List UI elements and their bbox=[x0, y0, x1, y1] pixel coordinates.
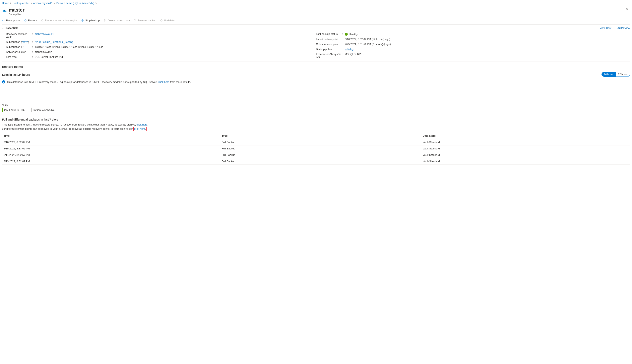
info-icon: i bbox=[2, 80, 5, 84]
undo-icon bbox=[24, 19, 27, 22]
table-row[interactable]: 3/16/2022, 8:32:02 PMFull BackupVault-St… bbox=[2, 139, 630, 146]
move-archive-link[interactable]: click here bbox=[134, 127, 145, 130]
full-diff-heading: Full and differential backups in last 7 … bbox=[2, 118, 630, 121]
svg-line-1 bbox=[82, 20, 83, 21]
restore-points-heading: Restore points bbox=[2, 65, 630, 68]
backup-table: Time↑↓ Type Data Store 3/16/2022, 8:32:0… bbox=[2, 133, 630, 164]
cell-time: 3/13/2022, 8:32:02 PM bbox=[2, 158, 220, 164]
info-text: This database is in SIMPLE recovery mode… bbox=[7, 80, 158, 84]
breadcrumb-items[interactable]: Backup Items (SQL in Azure VM) bbox=[57, 2, 94, 4]
cell-time: 3/16/2022, 8:32:02 PM bbox=[2, 139, 220, 146]
legend-log-point-in-time: LOG (POINT IN TIME) bbox=[2, 108, 25, 112]
prop-label-subscription: Subscription (move) bbox=[6, 40, 32, 44]
essentials-right-column: Last backup status : ✓ Healthy Latest re… bbox=[316, 32, 626, 60]
prop-label-latest-rp: Latest restore point bbox=[316, 38, 342, 41]
col-header-type[interactable]: Type bbox=[220, 133, 421, 139]
info-click-here-link[interactable]: Click here bbox=[158, 80, 170, 84]
subscription-link[interactable]: AzureBackup_Functional_Testing bbox=[35, 40, 73, 44]
legend-swatch-grey bbox=[31, 108, 32, 112]
stop-icon bbox=[81, 19, 84, 22]
prop-label-item-type: Item type bbox=[6, 56, 32, 58]
page-subtitle: Backup Item bbox=[9, 13, 25, 16]
table-row[interactable]: 3/15/2022, 8:33:02 PMFull BackupVault-St… bbox=[2, 146, 630, 152]
cell-data-store: Vault-Standard bbox=[421, 152, 622, 158]
prop-label-server: Server or Cluster bbox=[6, 50, 32, 54]
row-more-button[interactable]: ··· bbox=[622, 146, 630, 152]
breadcrumb-home[interactable]: Home bbox=[2, 2, 9, 4]
delete-backup-button: Delete backup data bbox=[103, 19, 130, 22]
full-diff-desc-2: Long term retention points can be moved … bbox=[2, 127, 630, 130]
prop-label-policy: Backup policy bbox=[316, 48, 342, 50]
legend-swatch-green bbox=[2, 108, 3, 112]
breadcrumb: Home > Backup center > archiveccyvault1 … bbox=[2, 1, 630, 6]
timeline-tick-label: 30 AM bbox=[2, 104, 630, 106]
info-banner: i This database is in SIMPLE recovery mo… bbox=[2, 78, 630, 86]
cell-type: Full Backup bbox=[220, 158, 421, 164]
cell-time: 3/15/2022, 8:33:02 PM bbox=[2, 146, 220, 152]
prop-label-instance: Instance or AlwaysOn AG bbox=[316, 52, 342, 58]
pill-24-hours[interactable]: 24 hours bbox=[602, 72, 616, 76]
header-more-icon[interactable]: ··· bbox=[27, 9, 30, 12]
cell-data-store: Vault-Standard bbox=[421, 158, 622, 164]
table-row[interactable]: 3/13/2022, 8:32:02 PMFull BackupVault-St… bbox=[2, 158, 630, 164]
sort-icon: ↑↓ bbox=[10, 135, 13, 137]
undo-icon bbox=[160, 19, 163, 22]
chevron-right-icon: > bbox=[54, 2, 55, 4]
essentials-left-column: Recovery services vault : archiveccyvaul… bbox=[6, 32, 316, 60]
restore-button[interactable]: Restore bbox=[24, 19, 37, 22]
page-header: master Backup Item ··· ✕ bbox=[2, 6, 630, 17]
cell-data-store: Vault-Standard bbox=[421, 146, 622, 152]
legend-no-logs: NO LOGS AVAILABLE bbox=[31, 108, 55, 112]
cell-data-store: Vault-Standard bbox=[421, 139, 622, 146]
essentials-toggle[interactable]: Essentials bbox=[2, 26, 18, 30]
pill-72-hours[interactable]: 72 hours bbox=[616, 72, 630, 76]
latest-rp-value: 3/16/2022, 8:32:02 PM (17 hour(s) ago) bbox=[345, 38, 390, 41]
logs-heading: Logs in last 24 hours bbox=[2, 73, 30, 76]
breadcrumb-vault[interactable]: archiveccyvault1 bbox=[33, 2, 53, 4]
json-view-link[interactable]: JSON View bbox=[617, 26, 630, 30]
undelete-button: Undelete bbox=[160, 19, 175, 22]
prop-label-sub-id: Subscription ID bbox=[6, 46, 32, 48]
recover-older-link[interactable]: click here bbox=[137, 123, 148, 126]
view-cost-link[interactable]: View Cost bbox=[600, 26, 611, 30]
cell-type: Full Backup bbox=[220, 146, 421, 152]
cell-type: Full Backup bbox=[220, 139, 421, 146]
check-circle-icon: ✓ bbox=[345, 33, 348, 36]
status-badge: ✓ Healthy bbox=[345, 33, 358, 36]
chevron-right-icon: > bbox=[96, 2, 97, 4]
trash-icon bbox=[103, 19, 106, 22]
move-subscription-link[interactable]: move bbox=[22, 40, 28, 44]
row-more-button[interactable]: ··· bbox=[622, 158, 630, 164]
row-more-button[interactable]: ··· bbox=[622, 152, 630, 158]
backup-now-button[interactable]: Backup now bbox=[2, 19, 20, 22]
full-diff-desc-1: This list is filtered for last 7 days of… bbox=[2, 123, 630, 126]
time-range-toggle: 24 hours 72 hours bbox=[601, 72, 630, 77]
cloud-upload-icon bbox=[2, 19, 5, 22]
restore-secondary-button: Restore to secondary region bbox=[41, 19, 77, 22]
info-text-post: from more details. bbox=[169, 80, 191, 84]
cell-type: Full Backup bbox=[220, 152, 421, 158]
col-header-time[interactable]: Time↑↓ bbox=[2, 133, 220, 139]
breadcrumb-backup-center[interactable]: Backup center bbox=[13, 2, 29, 4]
oldest-rp-value: 7/25/2021, 8:31:51 PM (7 month(s) ago) bbox=[345, 43, 391, 46]
essentials-panel: Recovery services vault : archiveccyvaul… bbox=[2, 31, 630, 62]
resume-backup-button: Resume backup bbox=[133, 19, 156, 22]
prop-label-oldest-rp: Oldest restore point bbox=[316, 43, 342, 46]
subscription-id-value: 123abc-123abc-123abc-123abc-123abc-123ab… bbox=[35, 46, 103, 48]
backup-policy-link[interactable]: sql7day bbox=[345, 48, 354, 50]
item-type-value: SQL Server in Azure VM bbox=[35, 56, 63, 58]
stop-backup-button[interactable]: Stop backup bbox=[81, 19, 100, 22]
cell-time: 3/14/2022, 8:32:57 PM bbox=[2, 152, 220, 158]
page-title: master bbox=[9, 7, 25, 12]
table-row[interactable]: 3/14/2022, 8:32:57 PMFull BackupVault-St… bbox=[2, 152, 630, 158]
chevron-right-icon: > bbox=[31, 2, 32, 4]
server-value: archsqlccyvm2 bbox=[35, 50, 52, 54]
vault-link[interactable]: archiveccyvault1 bbox=[35, 32, 54, 36]
col-header-data-store[interactable]: Data Store bbox=[421, 133, 622, 139]
prop-label-last-status: Last backup status bbox=[316, 32, 342, 36]
chevron-right-icon: > bbox=[10, 2, 12, 4]
prop-label-vault: Recovery services vault bbox=[6, 32, 32, 38]
close-button[interactable]: ✕ bbox=[626, 7, 629, 11]
cloud-backup-icon bbox=[2, 8, 7, 13]
row-more-button[interactable]: ··· bbox=[622, 139, 630, 146]
